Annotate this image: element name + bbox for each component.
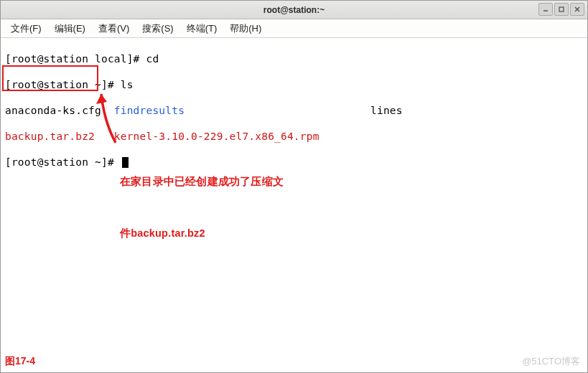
- prompt: [root@station local]#: [5, 53, 146, 65]
- terminal-line: [root@station ~]#: [5, 156, 583, 169]
- prompt: [root@station ~]#: [5, 156, 121, 168]
- close-button[interactable]: [570, 3, 584, 16]
- terminal-line: anaconda-ks.cfg findresults lines: [5, 104, 583, 117]
- maximize-button[interactable]: [554, 3, 569, 16]
- ls-dir: findresults: [114, 105, 185, 116]
- menu-edit[interactable]: 编辑(E): [49, 20, 91, 37]
- figure-label: 图17-4: [5, 355, 35, 368]
- annotation-line: 在家目录中已经创建成功了压缩文: [120, 173, 284, 190]
- svg-marker-4: [96, 94, 107, 104]
- terminal-line: [root@station ~]# ls: [5, 78, 583, 91]
- menu-search[interactable]: 搜索(S): [136, 20, 179, 37]
- command: ls: [121, 79, 134, 90]
- terminal-line: backup.tar.bz2 kernel-3.10.0-229.el7.x86…: [5, 130, 583, 143]
- menu-help[interactable]: 帮助(H): [224, 20, 267, 37]
- watermark: @51CTO博客: [522, 355, 580, 368]
- svg-rect-1: [559, 7, 564, 11]
- terminal-line: [root@station local]# cd: [5, 52, 583, 65]
- menu-terminal[interactable]: 终端(T): [181, 20, 223, 37]
- terminal-area[interactable]: [root@station local]# cd [root@station ~…: [1, 38, 587, 372]
- minimize-button[interactable]: [538, 3, 553, 16]
- annotation-line: 件backup.tar.bz2: [120, 225, 284, 242]
- menu-view[interactable]: 查看(V): [93, 20, 135, 37]
- window-controls: [538, 3, 584, 16]
- annotation-text: 在家目录中已经创建成功了压缩文 件backup.tar.bz2: [120, 138, 284, 276]
- ls-archive: backup.tar.bz2: [5, 131, 95, 142]
- command: cd: [146, 53, 159, 65]
- window-titlebar: root@station:~: [1, 1, 587, 19]
- menu-file[interactable]: 文件(F): [5, 20, 47, 37]
- prompt: [root@station ~]#: [5, 79, 121, 90]
- window-title: root@station:~: [263, 5, 325, 15]
- menubar: 文件(F) 编辑(E) 查看(V) 搜索(S) 终端(T) 帮助(H): [1, 19, 587, 38]
- ls-file: anaconda-ks.cfg: [5, 105, 101, 116]
- ls-file: lines: [370, 105, 403, 116]
